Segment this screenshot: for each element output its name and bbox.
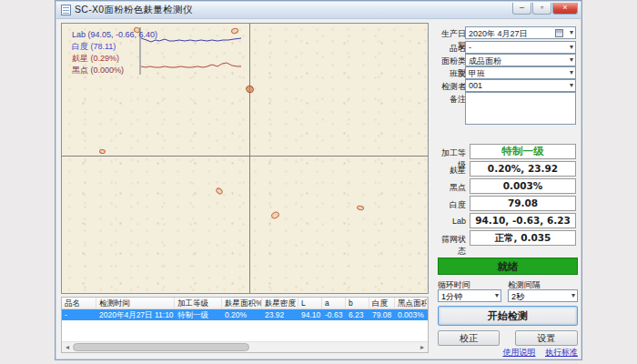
cell-test-time[interactable]: 2020年4月27日 11:10 [96,309,175,320]
footer-links: 使用说明 执行标准 [495,347,578,359]
cell-black-area[interactable]: 0.003% [395,309,428,320]
calendar-icon [555,29,563,37]
product-name-value: - [469,43,471,52]
production-date-picker[interactable]: 2020年 4月27日 ▾ [465,26,576,39]
column-header[interactable]: 麸星面积% [222,298,262,308]
grade-value: 特制一级 [470,144,576,159]
cycle-time-value: 1分钟 [441,292,462,301]
screen-status-label: 筛网状态 [435,234,466,258]
usage-instructions-link[interactable]: 使用说明 [502,348,535,357]
minimize-button[interactable]: – [512,3,531,15]
cell-a[interactable]: -0.63 [322,309,346,320]
shift-label: 班次 [435,68,466,80]
table-row-selected[interactable]: - 2020年4月27日 11:10 特制一级 0.20% 23.92 94.1… [62,309,428,320]
lab-value: 94.10, -0.63, 6.23 [470,213,576,228]
window-title: SC-X0面粉粉色麸量检测仪 [75,4,193,16]
horizontal-scrollbar[interactable]: ◂ ▸ [62,341,428,352]
cell-b[interactable]: 6.23 [346,309,369,320]
remark-textarea[interactable] [465,92,576,125]
overlay-black: 黑点 (0.000%) [72,65,157,76]
cell-l[interactable]: 94.10 [298,309,322,320]
interval-select[interactable]: 2秒 ▾ [508,289,578,302]
column-header[interactable]: b [346,298,369,308]
standard-link[interactable]: 执行标准 [545,348,578,357]
cell-grade[interactable]: 特制一级 [175,309,222,320]
cycle-time-select[interactable]: 1分钟 ▾ [438,289,501,302]
flour-type-select[interactable]: 成品面粉 ▾ [465,54,576,66]
cell-product[interactable]: - [62,309,96,320]
scrollbar-thumb[interactable] [73,343,249,351]
history-list-header[interactable]: 品名 检测时间 加工等级 麸星面积% 麸星密度 L a b 白度 黑点面积% [62,298,428,309]
settings-button[interactable]: 设置 [515,330,578,346]
start-detection-button[interactable]: 开始检测 [438,306,578,326]
column-header[interactable]: a [322,298,346,308]
bran-label: 麸星 [435,165,466,177]
overlay-whiteness: 白度 (78.11) [72,41,157,53]
black-spot-value: 0.003% [470,178,576,194]
column-header[interactable]: 品名 [62,298,96,308]
chevron-down-icon[interactable]: ▾ [570,68,573,76]
chevron-down-icon[interactable]: ▾ [570,81,573,89]
overlay-bran: 麸星 (0.29%) [72,53,157,65]
column-header[interactable]: 白度 [369,298,395,308]
whiteness-value: 79.08 [470,196,576,211]
crosshair-vertical-line [249,24,250,293]
bran-speck-marker [99,148,106,154]
control-panel: 生产日期 2020年 4月27日 ▾ 品名 - ▾ 面粉类型 成品面粉 ▾ 班次… [435,19,581,360]
maximize-button[interactable]: ▫ [532,3,551,15]
production-date-value: 2020年 4月27日 [469,29,528,38]
sample-image-view[interactable]: Lab (94.05, -0.66, 6.40) 白度 (78.11) 麸星 (… [61,23,429,294]
bran-value: 0.20%, 23.92 [470,161,576,177]
close-button[interactable]: × [552,3,578,15]
interval-value: 2秒 [511,292,524,301]
column-header[interactable]: 黑点面积% [395,298,428,308]
column-header[interactable]: 加工等级 [175,298,222,308]
titlebar[interactable]: SC-X0面粉粉色麸量检测仪 – ▫ × [56,2,581,19]
product-name-label: 品名 [435,43,466,55]
scroll-left-arrow[interactable]: ◂ [62,342,73,352]
inspector-select[interactable]: 001 ▾ [465,79,576,92]
status-badge: 就绪 [438,258,578,275]
app-window: SC-X0面粉粉色麸量检测仪 – ▫ × Lab (94.05, -0.66, … [55,0,582,360]
shift-select[interactable]: 甲班 ▾ [465,66,576,79]
whiteness-label: 白度 [435,199,466,211]
inspector-label: 检测者 [435,81,466,93]
cell-bran-area[interactable]: 0.20% [222,309,262,320]
overlay-lab: Lab (94.05, -0.66, 6.40) [72,29,157,41]
column-header[interactable]: 麸星密度 [262,298,298,308]
chevron-down-icon[interactable]: ▾ [570,43,573,51]
product-name-select[interactable]: - ▾ [465,41,576,54]
crosshair-horizontal-line [62,156,428,157]
black-spot-label: 黑点 [435,182,466,194]
measurement-overlay: Lab (94.05, -0.66, 6.40) 白度 (78.11) 麸星 (… [72,29,157,76]
chevron-down-icon[interactable]: ▾ [571,291,575,299]
bran-speck-marker [356,205,364,211]
bran-speck-marker [245,84,256,94]
cell-bran-density[interactable]: 23.92 [262,309,298,320]
chevron-down-icon[interactable]: ▾ [495,291,499,299]
cell-whiteness[interactable]: 79.08 [369,309,395,320]
chevron-down-icon[interactable]: ▾ [570,56,573,64]
history-list: 品名 检测时间 加工等级 麸星面积% 麸星密度 L a b 白度 黑点面积% -… [61,297,429,353]
shift-value: 甲班 [469,69,485,78]
bran-speck-marker [270,210,280,220]
client-area: Lab (94.05, -0.66, 6.40) 白度 (78.11) 麸星 (… [56,19,581,359]
app-icon [61,5,71,15]
column-header[interactable]: L [298,298,322,308]
inspector-value: 001 [469,81,482,90]
screen-status-value: 正常, 0.035 [470,230,576,246]
chevron-down-icon[interactable]: ▾ [570,28,573,36]
remark-label: 备注 [435,94,466,106]
calibrate-button[interactable]: 校正 [438,330,500,346]
column-header[interactable]: 检测时间 [96,298,175,308]
flour-type-value: 成品面粉 [469,56,501,66]
lab-label: Lab [435,217,466,226]
scroll-right-arrow[interactable]: ▸ [417,342,428,352]
bran-speck-marker [215,187,224,196]
